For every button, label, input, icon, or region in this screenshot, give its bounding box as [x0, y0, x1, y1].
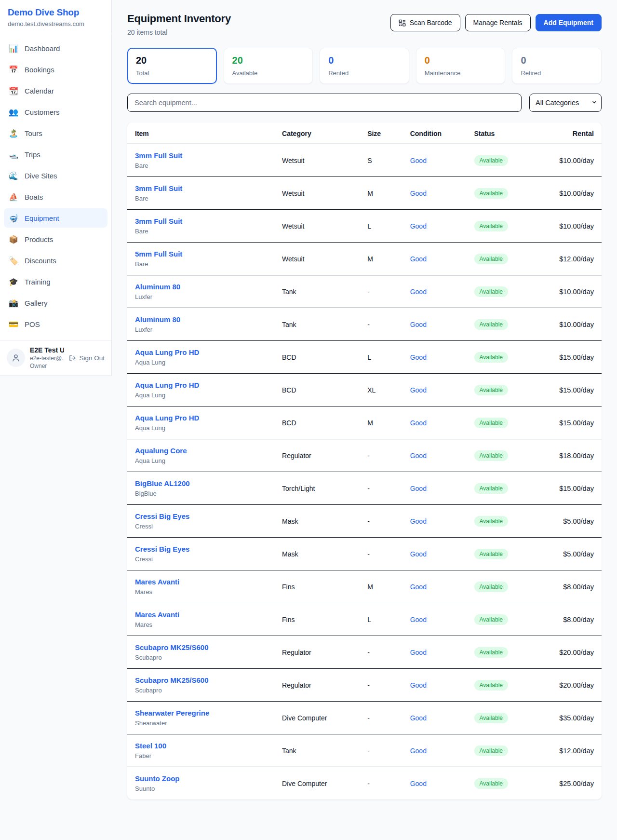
item-category: Tank [274, 275, 360, 308]
item-brand: Faber [135, 752, 267, 759]
item-size: M [360, 177, 402, 210]
item-name-link[interactable]: Aqua Lung Pro HD [135, 348, 267, 356]
item-name-link[interactable]: Steel 100 [135, 742, 267, 750]
sidebar-item-dive-sites[interactable]: 🌊 Dive Sites [4, 166, 107, 185]
item-brand: Shearwater [135, 719, 267, 727]
stat-card-total[interactable]: 20 Total [127, 48, 217, 84]
item-size: XL [360, 374, 402, 406]
sidebar-item-label: Customers [25, 108, 60, 116]
condition-link[interactable]: Good [410, 747, 427, 755]
item-rental: $5.00/day [537, 505, 602, 538]
condition-link[interactable]: Good [410, 288, 427, 296]
add-equipment-label: Add Equipment [544, 19, 593, 27]
condition-link[interactable]: Good [410, 780, 427, 787]
condition-link[interactable]: Good [410, 517, 427, 525]
item-rental: $20.00/day [537, 636, 602, 669]
condition-link[interactable]: Good [410, 353, 427, 361]
item-rental: $25.00/day [537, 767, 602, 800]
item-rental: $15.00/day [537, 472, 602, 505]
stat-card-available[interactable]: 20 Available [224, 48, 313, 84]
category-select[interactable]: All Categories [529, 94, 602, 112]
item-name-link[interactable]: Aluminum 80 [135, 283, 267, 291]
sidebar-item-gallery[interactable]: 📸 Gallery [4, 293, 107, 312]
item-name-link[interactable]: 3mm Full Suit [135, 184, 267, 192]
condition-link[interactable]: Good [410, 550, 427, 558]
table-row: 3mm Full Suit Bare Wetsuit L Good Availa… [127, 210, 602, 243]
condition-link[interactable]: Good [410, 583, 427, 591]
stat-value: 0 [328, 55, 401, 66]
page-title-block: Equipment Inventory 20 items total [127, 13, 231, 36]
table-row: Aluminum 80 Luxfer Tank - Good Available [127, 275, 602, 308]
item-name-link[interactable]: Scubapro MK25/S600 [135, 643, 267, 651]
condition-link[interactable]: Good [410, 190, 427, 197]
item-name-link[interactable]: Cressi Big Eyes [135, 545, 267, 553]
condition-link[interactable]: Good [410, 321, 427, 328]
item-category: Wetsuit [274, 177, 360, 210]
item-name-link[interactable]: Aqua Lung Pro HD [135, 381, 267, 389]
sidebar-nav: 📊 Dashboard 📅 Bookings 📆 Calendar 👥 Cust… [0, 34, 111, 340]
diving-mask-icon: 🤿 [9, 214, 18, 223]
user-meta: E2E Test U... e2e-tester@... Owner [30, 346, 64, 369]
condition-link[interactable]: Good [410, 255, 427, 263]
brand-domain: demo.test.divestreams.com [8, 20, 104, 27]
condition-link[interactable]: Good [410, 222, 427, 230]
condition-link[interactable]: Good [410, 714, 427, 722]
item-name-link[interactable]: Scubapro MK25/S600 [135, 676, 267, 684]
condition-link[interactable]: Good [410, 386, 427, 394]
add-equipment-button[interactable]: Add Equipment [536, 14, 602, 31]
stat-card-retired[interactable]: 0 Retired [512, 48, 602, 84]
item-name-link[interactable]: BigBlue AL1200 [135, 479, 267, 488]
condition-link[interactable]: Good [410, 452, 427, 460]
item-name-link[interactable]: Aqualung Core [135, 447, 267, 455]
condition-link[interactable]: Good [410, 681, 427, 689]
item-name-link[interactable]: 3mm Full Suit [135, 217, 267, 225]
sign-out-button[interactable]: Sign Out [69, 354, 105, 362]
condition-link[interactable]: Good [410, 157, 427, 164]
item-name-link[interactable]: Shearwater Peregrine [135, 709, 267, 717]
item-name-link[interactable]: Cressi Big Eyes [135, 512, 267, 520]
item-size: - [360, 702, 402, 734]
item-name-link[interactable]: 5mm Full Suit [135, 250, 267, 258]
sidebar-item-pos[interactable]: 💳 POS [4, 314, 107, 334]
sidebar-item-calendar[interactable]: 📆 Calendar [4, 81, 107, 100]
sidebar-item-training[interactable]: 🎓 Training [4, 272, 107, 291]
item-brand: Suunto [135, 785, 267, 792]
condition-link[interactable]: Good [410, 419, 427, 427]
item-name-link[interactable]: Mares Avanti [135, 610, 267, 619]
stat-label: Available [232, 69, 305, 77]
item-name-link[interactable]: 3mm Full Suit [135, 151, 267, 160]
item-name-link[interactable]: Suunto Zoop [135, 774, 267, 783]
item-name-link[interactable]: Mares Avanti [135, 578, 267, 586]
stat-card-maintenance[interactable]: 0 Maintenance [416, 48, 506, 84]
sidebar-item-label: Trips [25, 150, 40, 159]
item-name-link[interactable]: Aluminum 80 [135, 315, 267, 324]
item-brand: Bare [135, 195, 267, 202]
sign-out-label: Sign Out [79, 354, 105, 362]
wave-icon: 🌊 [9, 171, 18, 180]
sidebar-item-label: Dive Sites [25, 172, 57, 180]
item-category: Mask [274, 538, 360, 570]
calendar-pad-icon: 📆 [9, 86, 18, 95]
user-name: E2E Test U... [30, 346, 64, 354]
sidebar-item-customers[interactable]: 👥 Customers [4, 102, 107, 122]
sidebar-item-trips[interactable]: 🛥️ Trips [4, 145, 107, 164]
manage-rentals-button[interactable]: Manage Rentals [465, 14, 531, 31]
sidebar-item-equipment[interactable]: 🤿 Equipment [4, 208, 107, 228]
status-badge: Available [474, 647, 508, 658]
scan-barcode-button[interactable]: Scan Barcode [390, 14, 460, 31]
stat-card-rented[interactable]: 0 Rented [320, 48, 409, 84]
sidebar-item-bookings[interactable]: 📅 Bookings [4, 60, 107, 79]
sidebar-item-products[interactable]: 📦 Products [4, 230, 107, 249]
search-input[interactable] [127, 94, 522, 112]
item-brand: Aqua Lung [135, 392, 267, 399]
item-name-link[interactable]: Aqua Lung Pro HD [135, 414, 267, 422]
sidebar-item-discounts[interactable]: 🏷️ Discounts [4, 251, 107, 270]
table-row: Aluminum 80 Luxfer Tank - Good Available [127, 308, 602, 341]
status-badge: Available [474, 778, 508, 789]
condition-link[interactable]: Good [410, 485, 427, 492]
condition-link[interactable]: Good [410, 649, 427, 656]
sidebar-item-dashboard[interactable]: 📊 Dashboard [4, 39, 107, 58]
sidebar-item-boats[interactable]: ⛵ Boats [4, 187, 107, 206]
sidebar-item-tours[interactable]: 🏝️ Tours [4, 123, 107, 143]
condition-link[interactable]: Good [410, 616, 427, 623]
